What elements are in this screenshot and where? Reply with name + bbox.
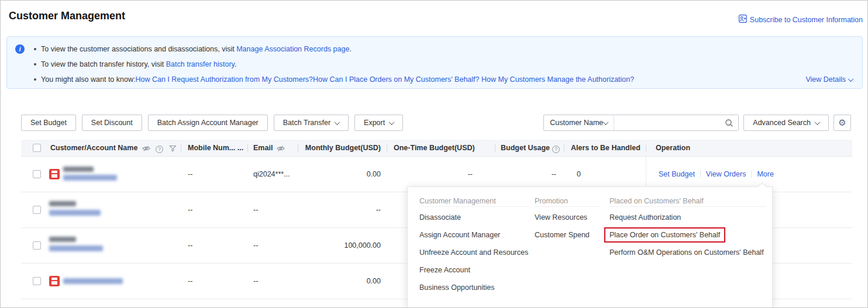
- account-name-redacted[interactable]: [63, 278, 123, 284]
- column-header-operation: Operation: [656, 140, 690, 157]
- batch-assign-account-manager-button[interactable]: Batch Assign Account Manager: [148, 115, 268, 131]
- chevron-down-icon: [603, 119, 609, 125]
- gear-icon: ⚙: [838, 117, 846, 128]
- more-actions-popup: Customer Management Disassociate Assign …: [407, 186, 773, 308]
- customer-name-redacted[interactable]: [63, 167, 94, 172]
- monthly-budget-cell: --: [298, 192, 381, 227]
- select-all-checkbox[interactable]: [33, 144, 41, 152]
- export-label: Export: [364, 119, 385, 127]
- help-icon[interactable]: ?: [156, 144, 163, 153]
- search-input[interactable]: [614, 115, 738, 130]
- advanced-search-button[interactable]: Advanced Search: [743, 115, 829, 131]
- menu-item-perform-om-operations[interactable]: Perform O&M Operations on Customers' Beh…: [609, 244, 766, 261]
- view-details-link[interactable]: View Details: [805, 72, 853, 87]
- page-title: Customer Management: [9, 10, 125, 22]
- menu-item-disassociate[interactable]: Disassociate: [419, 209, 529, 226]
- banner-bullet-1: To view the customer associations and di…: [41, 41, 352, 57]
- toolbar-left: Set Budget Set Discount Batch Assign Acc…: [21, 115, 403, 131]
- row-set-budget-link[interactable]: Set Budget: [659, 170, 695, 178]
- filter-icon[interactable]: [169, 144, 177, 154]
- column-divider: [247, 144, 248, 152]
- search-box: [614, 115, 738, 130]
- subscribe-link[interactable]: Subscribe to Customer Information: [739, 15, 863, 25]
- set-budget-label: Set Budget: [30, 119, 67, 127]
- eye-off-icon[interactable]: [142, 144, 150, 154]
- batch-transfer-label: Batch Transfer: [283, 119, 330, 127]
- monthly-budget-cell: 0.00: [298, 264, 381, 299]
- faq-request-authorization-link[interactable]: How Can I Request Authorization from My …: [135, 75, 313, 84]
- bullet-1-text: To view the customer associations and di…: [41, 45, 236, 53]
- operation-separator: [751, 171, 752, 178]
- bullet-3-text: You might also want to know:: [41, 75, 135, 84]
- search-group: Customer Name: [543, 115, 739, 131]
- email-cell: --: [253, 192, 258, 227]
- popup-column-title: Placed on Customers' Behalf: [609, 195, 766, 207]
- row-more-link[interactable]: More: [757, 170, 773, 178]
- row-view-orders-link[interactable]: View Orders: [706, 170, 746, 178]
- email-cell: --: [253, 264, 258, 299]
- menu-item-freeze-account[interactable]: Freeze Account: [419, 261, 529, 279]
- column-divider: [646, 144, 646, 152]
- info-banner: i To view the customer associations and …: [6, 36, 863, 89]
- export-dropdown-button[interactable]: Export: [354, 115, 403, 131]
- account-name-redacted[interactable]: [49, 245, 103, 251]
- column-header-email: Email: [253, 140, 273, 157]
- batch-transfer-history-link[interactable]: Batch transfer history: [166, 60, 235, 68]
- bullet-2-text: To view the batch transfer history, visi…: [41, 60, 166, 68]
- account-name-redacted[interactable]: [63, 175, 117, 181]
- popup-column-title: Customer Management: [419, 195, 529, 207]
- column-header-mobile: Mobile Num... ...: [188, 140, 243, 157]
- column-divider: [181, 144, 181, 152]
- table-settings-button[interactable]: ⚙: [833, 115, 851, 131]
- operation-separator: [700, 171, 701, 178]
- chevron-down-icon: [335, 119, 340, 125]
- search-field-select[interactable]: Customer Name: [544, 115, 614, 130]
- popup-column-customer-management: Customer Management Disassociate Assign …: [419, 195, 529, 296]
- menu-item-place-order-on-customers-behalf[interactable]: Place Order on Customers' Behalf: [604, 227, 725, 243]
- set-budget-button[interactable]: Set Budget: [21, 115, 76, 131]
- menu-item-view-resources[interactable]: View Resources: [535, 209, 600, 226]
- menu-item-request-authorization[interactable]: Request Authorization: [609, 209, 766, 226]
- info-icon: i: [15, 44, 25, 54]
- popup-column-placed-on-customers-behalf: Placed on Customers' Behalf Request Auth…: [609, 195, 766, 261]
- account-name-redacted[interactable]: [49, 210, 101, 216]
- batch-transfer-dropdown-button[interactable]: Batch Transfer: [274, 115, 349, 131]
- chevron-down-icon: [389, 119, 395, 125]
- column-divider: [495, 144, 495, 152]
- set-discount-button[interactable]: Set Discount: [82, 115, 142, 131]
- mobile-cell: --: [188, 157, 192, 192]
- faq-place-orders-link[interactable]: How Can I Place Orders on My Customers' …: [313, 75, 479, 84]
- row-checkbox[interactable]: [33, 170, 41, 178]
- banner-bullet-2: To view the batch transfer history, visi…: [41, 57, 236, 72]
- row-checkbox[interactable]: [33, 277, 41, 285]
- menu-item-assign-account-manager[interactable]: Assign Account Manager: [419, 226, 529, 244]
- search-icon[interactable]: [725, 119, 733, 129]
- table-header: Customer/Account Name ? Mobile Num... ..…: [21, 140, 852, 157]
- menu-item-business-opportunities[interactable]: Business Opportunities: [419, 279, 529, 296]
- column-header-monthly-budget: Monthly Budget(USD): [298, 140, 381, 157]
- chevron-down-icon: [848, 76, 854, 82]
- batch-assign-label: Batch Assign Account Manager: [157, 119, 259, 127]
- set-discount-label: Set Discount: [91, 119, 133, 127]
- row-checkbox[interactable]: [33, 206, 41, 214]
- faq-manage-authorization-link[interactable]: How My Customers Manage the Authorizatio…: [480, 75, 635, 84]
- menu-item-customer-spend[interactable]: Customer Spend: [535, 226, 600, 244]
- customer-name-redacted[interactable]: [49, 201, 76, 206]
- view-details-label: View Details: [805, 75, 846, 84]
- manage-association-records-link[interactable]: Manage Association Records page: [236, 45, 349, 53]
- customer-avatar: [49, 169, 60, 179]
- help-icon[interactable]: ?: [552, 144, 560, 153]
- mobile-cell: --: [188, 192, 192, 227]
- banner-bullet-3: You might also want to know:How Can I Re…: [41, 72, 634, 87]
- customer-name-redacted[interactable]: [49, 237, 76, 242]
- menu-item-unfreeze-account-and-resources[interactable]: Unfreeze Account and Resources: [419, 244, 529, 261]
- customer-management-page: Customer Management Subscribe to Custome…: [0, 0, 868, 308]
- monthly-budget-cell: 100,000.00: [298, 228, 381, 263]
- row-checkbox[interactable]: [33, 241, 41, 250]
- popup-column-promotion: Promotion View Resources Customer Spend: [535, 195, 600, 244]
- monthly-budget-cell: 0.00: [298, 157, 381, 192]
- eye-off-icon[interactable]: [277, 144, 285, 154]
- bullet-2-suffix: .: [235, 60, 236, 68]
- column-header-budget-usage: Budget Usage: [501, 140, 550, 157]
- customer-avatar: [49, 276, 60, 286]
